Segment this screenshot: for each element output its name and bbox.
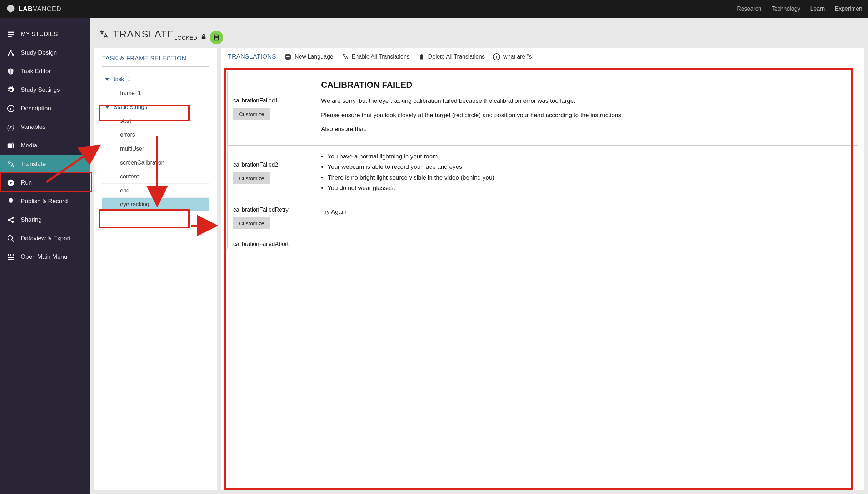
- editor-icon: [6, 67, 15, 76]
- sidebar-label: MY STUDIES: [21, 31, 58, 38]
- play-icon: [6, 178, 15, 187]
- sidebar-item-sharing[interactable]: Sharing: [0, 211, 90, 229]
- new-language-button[interactable]: New Language: [284, 53, 333, 61]
- nav-experiment[interactable]: Experimen: [835, 6, 862, 12]
- chevron-down-icon: [105, 78, 109, 81]
- page-header: TRANSLATE LOCKED: [90, 18, 868, 48]
- tree-start[interactable]: start: [102, 114, 209, 128]
- translations-table: calibrationFailed1 Customize CALIBRATION…: [221, 66, 864, 490]
- tree-errors[interactable]: errors: [102, 128, 209, 142]
- sidebar-item-open-main-menu[interactable]: Open Main Menu: [0, 248, 90, 266]
- svg-rect-7: [8, 144, 14, 148]
- sidebar-label: Dataview & Export: [21, 235, 71, 242]
- trash-icon: [418, 53, 425, 61]
- gear-icon: [6, 86, 15, 94]
- nav-research[interactable]: Research: [737, 6, 761, 12]
- variables-icon: (x): [6, 123, 15, 131]
- tree-multiuser[interactable]: multiUser: [102, 142, 209, 156]
- svg-point-15: [13, 254, 14, 256]
- table-row: calibrationFailedRetry Customize Try Aga…: [228, 201, 858, 235]
- what-are-button[interactable]: what are "s: [493, 53, 532, 61]
- info-icon: [6, 104, 15, 113]
- table-row: calibrationFailed2 Customize You have a …: [228, 146, 858, 201]
- table-row: calibrationFailedAbort: [228, 235, 858, 249]
- chevron-down-icon: [105, 106, 109, 109]
- tree-content[interactable]: content: [102, 170, 209, 184]
- translation-key: calibrationFailedAbort: [233, 241, 307, 247]
- tree-task[interactable]: task_1: [102, 72, 209, 86]
- sidebar-item-dataview-export[interactable]: Dataview & Export: [0, 229, 90, 248]
- svg-rect-17: [8, 259, 14, 260]
- sidebar-item-study-design[interactable]: Study Design: [0, 44, 90, 62]
- design-icon: [6, 49, 15, 57]
- svg-rect-1: [8, 34, 14, 35]
- sidebar-item-description[interactable]: Description: [0, 99, 90, 118]
- sidebar-item-task-editor[interactable]: Task Editor: [0, 62, 90, 81]
- info-circle-icon: [493, 53, 500, 61]
- translation-key: calibrationFailed1: [233, 97, 307, 104]
- page-title: TRANSLATE: [113, 29, 174, 40]
- sidebar-item-publish-record[interactable]: Publish & Record: [0, 192, 90, 211]
- sidebar-label: Task Editor: [21, 68, 51, 75]
- sidebar-label: Sharing: [21, 216, 42, 223]
- plus-icon: [284, 53, 292, 61]
- task-frame-panel: TASK & FRAME SELECTION task_1 frame_1 St…: [94, 48, 217, 490]
- sidebar-label: Study Design: [21, 49, 57, 56]
- translations-toolbar: TRANSLATIONS New Language Enable All Tra…: [221, 48, 864, 66]
- svg-rect-16: [8, 257, 14, 258]
- delete-all-button[interactable]: Delete All Translations: [418, 53, 485, 61]
- sidebar-label: Run: [21, 179, 32, 186]
- svg-point-13: [8, 254, 9, 256]
- tree-frame1[interactable]: frame_1: [102, 86, 209, 100]
- tree-static-strings[interactable]: Static Strings: [102, 100, 209, 114]
- search-icon: [6, 234, 15, 243]
- highlight-eyetracking: [99, 209, 190, 228]
- svg-rect-20: [215, 38, 218, 40]
- share-icon: [6, 216, 15, 224]
- tree-screen-calibration[interactable]: screenCalibration: [102, 156, 209, 170]
- logo-icon: [6, 4, 16, 14]
- table-row: calibrationFailed1 Customize CALIBRATION…: [228, 72, 858, 146]
- rocket-icon: [6, 197, 15, 206]
- task-frame-heading: TASK & FRAME SELECTION: [102, 55, 209, 67]
- sidebar-label: Media: [21, 142, 37, 149]
- sidebar-label: Variables: [21, 123, 46, 131]
- nav-learn[interactable]: Learn: [810, 6, 825, 12]
- tree-eyetracking[interactable]: eyetracking: [102, 198, 209, 211]
- locked-area: LOCKED: [174, 31, 223, 44]
- locked-label: LOCKED: [174, 35, 198, 41]
- translate-header-icon: [99, 29, 109, 39]
- tree-end[interactable]: end: [102, 184, 209, 198]
- translations-panel: TRANSLATIONS New Language Enable All Tra…: [221, 48, 864, 490]
- sidebar: MY STUDIES Study Design Task Editor Stud…: [0, 18, 90, 494]
- sidebar-item-translate[interactable]: Translate: [0, 155, 90, 173]
- sidebar-item-variables[interactable]: (x) Variables: [0, 118, 90, 136]
- translate-icon: [6, 160, 15, 168]
- media-icon: [6, 141, 15, 150]
- svg-point-12: [8, 236, 13, 240]
- nav-technology[interactable]: Technology: [772, 6, 800, 12]
- menu-icon: [6, 253, 15, 261]
- save-button[interactable]: [210, 31, 223, 44]
- enable-all-button[interactable]: Enable All Translations: [341, 53, 410, 61]
- logo[interactable]: LABVANCED: [6, 4, 61, 14]
- sidebar-item-media[interactable]: Media: [0, 136, 90, 155]
- customize-button[interactable]: Customize: [233, 108, 270, 120]
- customize-button[interactable]: Customize: [233, 172, 270, 184]
- top-nav: Research Technology Learn Experimen: [737, 6, 862, 12]
- logo-text: LABVANCED: [19, 5, 61, 13]
- svg-rect-0: [8, 32, 14, 33]
- translate-small-icon: [341, 53, 349, 61]
- translation-value: You have a normal lightning in your room…: [313, 146, 858, 201]
- sidebar-label: Study Settings: [21, 86, 60, 94]
- sidebar-item-run[interactable]: Run: [0, 173, 90, 192]
- translations-heading: TRANSLATIONS: [228, 53, 276, 60]
- translation-value: Try Again: [313, 201, 858, 235]
- customize-button[interactable]: Customize: [233, 217, 270, 229]
- translation-value: CALIBRATION FAILED We are sorry, but the…: [313, 72, 858, 145]
- sidebar-item-study-settings[interactable]: Study Settings: [0, 81, 90, 99]
- lock-icon: [200, 34, 207, 41]
- sidebar-item-my-studies[interactable]: MY STUDIES: [0, 25, 90, 44]
- studies-icon: [6, 30, 15, 39]
- sidebar-label: Open Main Menu: [21, 253, 67, 261]
